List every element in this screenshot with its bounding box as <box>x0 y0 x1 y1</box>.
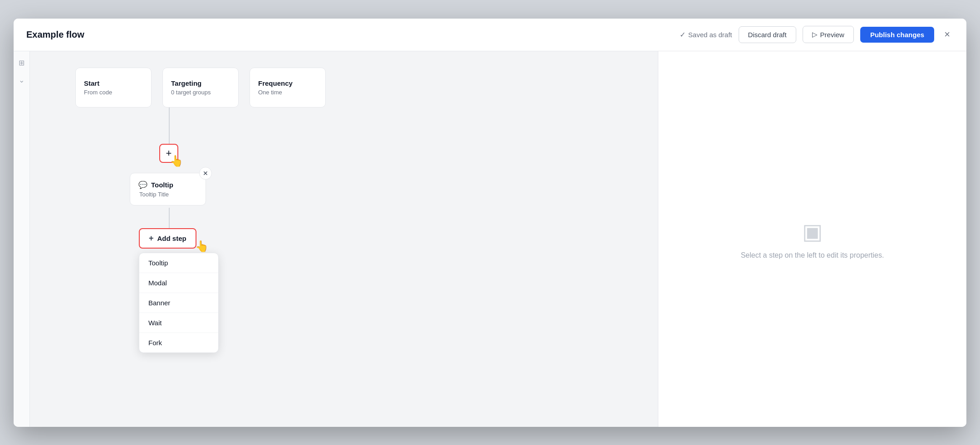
add-step-label: Add step <box>157 235 186 242</box>
tooltip-card-title: Tooltip <box>151 181 173 189</box>
dropdown-item-modal[interactable]: Modal <box>139 273 218 293</box>
insert-step-plus-button[interactable]: + <box>159 144 178 163</box>
preview-label: Preview <box>820 31 844 39</box>
frequency-card-subtitle: One time <box>258 89 317 96</box>
sidebar-expand-icon[interactable]: ⊞ <box>15 57 28 69</box>
tooltip-card-close-button[interactable]: ✕ <box>199 167 212 180</box>
discard-draft-button[interactable]: Discard draft <box>739 26 796 43</box>
right-panel: ▣ Select a step on the left to edit its … <box>658 51 966 427</box>
flow-title: Example flow <box>26 29 84 40</box>
header-left: Example flow <box>26 29 84 40</box>
header: Example flow ✓ Saved as draft Discard dr… <box>14 19 966 51</box>
publish-changes-button[interactable]: Publish changes <box>860 27 934 43</box>
connector-line-1 <box>169 108 170 144</box>
tooltip-card-subtitle: Tooltip Title <box>138 191 197 198</box>
targeting-card-title: Targeting <box>171 79 230 87</box>
start-card-title: Start <box>84 79 143 87</box>
tooltip-card-header: 💬 Tooltip <box>138 181 197 189</box>
sidebar-collapse-icon[interactable]: ⌄ <box>15 74 28 87</box>
start-card-subtitle: From code <box>84 89 143 96</box>
header-right: ✓ Saved as draft Discard draft ▷ Preview… <box>680 26 954 43</box>
frequency-card-title: Frequency <box>258 79 317 87</box>
flow-canvas: Start From code Targeting 0 target group… <box>30 51 658 427</box>
preview-button[interactable]: ▷ Preview <box>803 26 854 43</box>
close-button[interactable]: × <box>941 27 954 42</box>
preview-play-icon: ▷ <box>812 30 818 39</box>
check-icon: ✓ <box>680 30 686 39</box>
app-window: Example flow ✓ Saved as draft Discard dr… <box>14 19 966 427</box>
dropdown-item-banner[interactable]: Banner <box>139 293 218 313</box>
dropdown-item-wait[interactable]: Wait <box>139 313 218 333</box>
add-step-plus-icon: + <box>149 234 154 243</box>
sidebar-narrow: ⊞ ⌄ <box>14 51 30 427</box>
main-content: ⊞ ⌄ Start From code Targeting 0 target g… <box>14 51 966 427</box>
cursor-hand-2: 👆 <box>195 240 209 253</box>
connector-line-2 <box>169 208 170 228</box>
start-step-card[interactable]: Start From code <box>75 68 152 108</box>
step-cards-row: Start From code Targeting 0 target group… <box>75 68 326 108</box>
canvas-inner: Start From code Targeting 0 target group… <box>30 51 658 427</box>
saved-draft-label: Saved as draft <box>688 31 732 39</box>
saved-draft-status: ✓ Saved as draft <box>680 30 732 39</box>
dropdown-item-fork[interactable]: Fork <box>139 333 218 352</box>
add-step-dropdown: Tooltip Modal Banner Wait Fork <box>139 253 219 353</box>
targeting-card-subtitle: 0 target groups <box>171 89 230 96</box>
panel-placeholder-text: Select a step on the left to edit its pr… <box>741 251 884 259</box>
panel-placeholder-icon: ▣ <box>802 219 823 244</box>
frequency-step-card[interactable]: Frequency One time <box>250 68 326 108</box>
targeting-step-card[interactable]: Targeting 0 target groups <box>162 68 239 108</box>
dropdown-item-tooltip[interactable]: Tooltip <box>139 253 218 273</box>
speech-bubble-icon: 💬 <box>138 181 147 189</box>
add-step-button[interactable]: + Add step <box>139 228 196 249</box>
tooltip-step-card[interactable]: ✕ 💬 Tooltip Tooltip Title <box>130 173 206 205</box>
